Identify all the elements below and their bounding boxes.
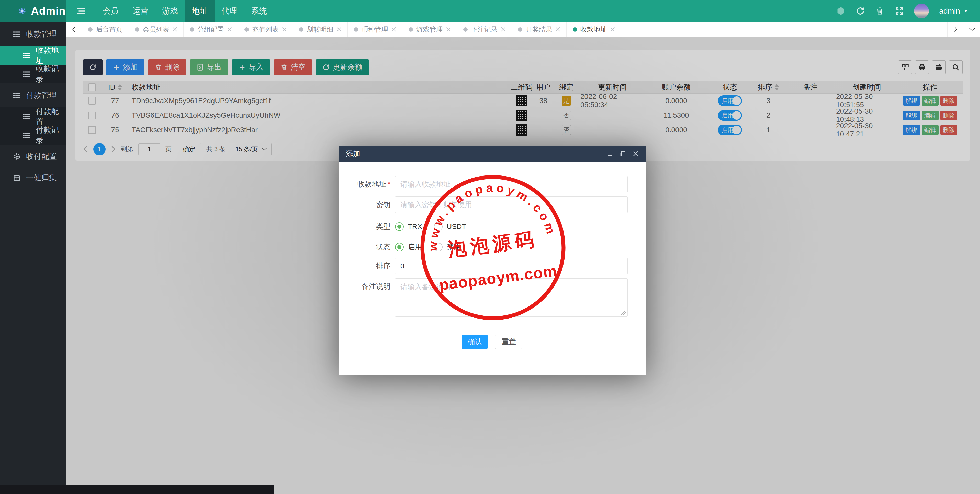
menu-item-members[interactable]: 会员 bbox=[96, 0, 126, 22]
menu-item-operations[interactable]: 运营 bbox=[126, 0, 155, 22]
menu-item-agents[interactable]: 代理 bbox=[215, 0, 244, 22]
columns-filter-button[interactable] bbox=[898, 61, 912, 74]
tab-item[interactable]: 币种管理 bbox=[348, 22, 402, 37]
sidebar-item-payment-settings[interactable]: 收付配置 bbox=[0, 147, 66, 166]
qrcode-image[interactable] bbox=[516, 124, 527, 135]
status-toggle[interactable]: 启用 bbox=[718, 124, 742, 135]
sidebar-item-pay-config[interactable]: 付款配置 bbox=[0, 107, 66, 126]
edit-button[interactable]: 编辑 bbox=[922, 96, 939, 106]
search-button[interactable] bbox=[949, 61, 963, 74]
refresh-icon[interactable] bbox=[856, 6, 865, 16]
sidebar-item-pay-mgmt[interactable]: 付款管理 bbox=[0, 86, 66, 105]
row-checkbox[interactable] bbox=[88, 112, 96, 119]
qrcode-image[interactable] bbox=[516, 95, 527, 107]
next-page-button[interactable] bbox=[111, 146, 116, 153]
tab-close-icon[interactable] bbox=[391, 27, 396, 32]
tab-close-icon[interactable] bbox=[610, 27, 615, 32]
bind-badge: 否 bbox=[562, 125, 571, 135]
delete-button[interactable]: 删除 bbox=[148, 59, 186, 75]
add-button[interactable]: 添加 bbox=[106, 59, 145, 75]
sort-input[interactable] bbox=[395, 258, 628, 274]
tab-item-home[interactable]: 后台首页 bbox=[82, 22, 129, 37]
tab-item[interactable]: 充值列表 bbox=[238, 22, 293, 37]
tab-item-active[interactable]: 收款地址 bbox=[566, 22, 621, 37]
tab-close-icon[interactable] bbox=[446, 27, 451, 32]
sidebar-item-receive-mgmt[interactable]: 收款管理 bbox=[0, 25, 66, 43]
row-checkbox[interactable] bbox=[88, 126, 96, 134]
delete-row-button[interactable]: 删除 bbox=[940, 110, 957, 120]
delete-row-button[interactable]: 删除 bbox=[940, 125, 957, 135]
unbind-button[interactable]: 解绑 bbox=[903, 110, 920, 120]
edit-button[interactable]: 编辑 bbox=[922, 110, 939, 120]
col-address: 收款地址 bbox=[129, 81, 509, 93]
tab-item[interactable]: 开奖结果 bbox=[512, 22, 566, 37]
goto-prefix-label: 到第 bbox=[121, 145, 133, 153]
user-menu[interactable]: admin bbox=[939, 6, 969, 15]
secret-input[interactable] bbox=[395, 196, 628, 213]
tabs-scroll-right-button[interactable] bbox=[947, 22, 964, 37]
tab-label: 游戏管理 bbox=[416, 25, 443, 34]
tab-item[interactable]: 分组配置 bbox=[184, 22, 238, 37]
edit-button[interactable]: 编辑 bbox=[922, 125, 939, 135]
note-textarea[interactable] bbox=[395, 278, 628, 317]
status-toggle[interactable]: 启用 bbox=[718, 110, 742, 121]
tab-close-icon[interactable] bbox=[227, 27, 232, 32]
page-size-select[interactable]: 15 条/页 bbox=[231, 143, 272, 155]
goto-page-input[interactable] bbox=[138, 143, 160, 155]
fullscreen-icon[interactable] bbox=[895, 6, 904, 16]
export-data-button[interactable] bbox=[932, 61, 946, 74]
minimize-icon[interactable] bbox=[607, 151, 613, 156]
tab-item[interactable]: 会员列表 bbox=[129, 22, 184, 37]
tab-dot bbox=[518, 27, 522, 32]
page-number-button[interactable]: 1 bbox=[93, 143, 106, 155]
sort-order-icon[interactable] bbox=[775, 84, 779, 90]
unbind-button[interactable]: 解绑 bbox=[903, 125, 920, 135]
tab-close-icon[interactable] bbox=[501, 27, 506, 32]
print-button[interactable] bbox=[915, 61, 929, 74]
status-radio-enabled[interactable]: 启用 bbox=[395, 242, 422, 252]
sidebar-item-receive-address[interactable]: 收款地址 bbox=[0, 46, 66, 65]
menu-item-system[interactable]: 系统 bbox=[244, 0, 274, 22]
confirm-button[interactable]: 确认 bbox=[462, 335, 488, 349]
maximize-icon[interactable] bbox=[620, 151, 626, 156]
status-radio-disabled[interactable]: 禁用 bbox=[434, 242, 461, 252]
reset-button[interactable]: 重置 bbox=[495, 335, 522, 349]
user-avatar[interactable] bbox=[914, 3, 929, 18]
sidebar-item-pay-records[interactable]: 付款记录 bbox=[0, 126, 66, 145]
modal-header[interactable]: 添加 bbox=[339, 146, 646, 162]
close-icon[interactable] bbox=[633, 151, 638, 156]
refresh-table-button[interactable] bbox=[83, 59, 102, 75]
tabs-scroll-left-button[interactable] bbox=[66, 22, 82, 37]
theme-icon[interactable] bbox=[836, 6, 845, 16]
tab-item[interactable]: 划转明细 bbox=[293, 22, 348, 37]
delete-row-button[interactable]: 删除 bbox=[940, 96, 957, 106]
menu-item-games[interactable]: 游戏 bbox=[155, 0, 185, 22]
tab-close-icon[interactable] bbox=[173, 27, 177, 32]
goto-confirm-button[interactable]: 确定 bbox=[177, 143, 201, 155]
type-radio-trx[interactable]: TRX bbox=[395, 222, 422, 231]
import-button[interactable]: 导入 bbox=[232, 59, 270, 75]
prev-page-button[interactable] bbox=[83, 146, 88, 153]
sidebar-item-collect[interactable]: 一健归集 bbox=[0, 168, 66, 187]
tab-item[interactable]: 游戏管理 bbox=[402, 22, 457, 37]
menu-item-address[interactable]: 地址 bbox=[185, 0, 215, 22]
tab-item[interactable]: 下注记录 bbox=[457, 22, 512, 37]
tab-close-icon[interactable] bbox=[555, 27, 560, 32]
type-radio-usdt[interactable]: USDT bbox=[434, 222, 466, 231]
clear-cache-icon[interactable] bbox=[875, 6, 885, 16]
update-balance-button[interactable]: 更新余额 bbox=[316, 59, 369, 75]
sidebar-collapse-button[interactable] bbox=[66, 0, 96, 22]
sort-id-icon[interactable] bbox=[118, 84, 122, 90]
clear-button[interactable]: 清空 bbox=[274, 59, 312, 75]
status-toggle[interactable]: 启用 bbox=[718, 96, 742, 106]
qrcode-image[interactable] bbox=[516, 110, 527, 121]
address-input[interactable] bbox=[395, 176, 628, 192]
tab-close-icon[interactable] bbox=[282, 27, 286, 32]
export-button[interactable]: 导出 bbox=[190, 59, 228, 75]
tab-close-icon[interactable] bbox=[337, 27, 341, 32]
tabs-menu-button[interactable] bbox=[964, 22, 980, 37]
select-all-checkbox[interactable] bbox=[88, 83, 96, 91]
sidebar-item-receive-records[interactable]: 收款记录 bbox=[0, 65, 66, 83]
unbind-button[interactable]: 解绑 bbox=[903, 96, 920, 106]
row-checkbox[interactable] bbox=[88, 97, 96, 105]
